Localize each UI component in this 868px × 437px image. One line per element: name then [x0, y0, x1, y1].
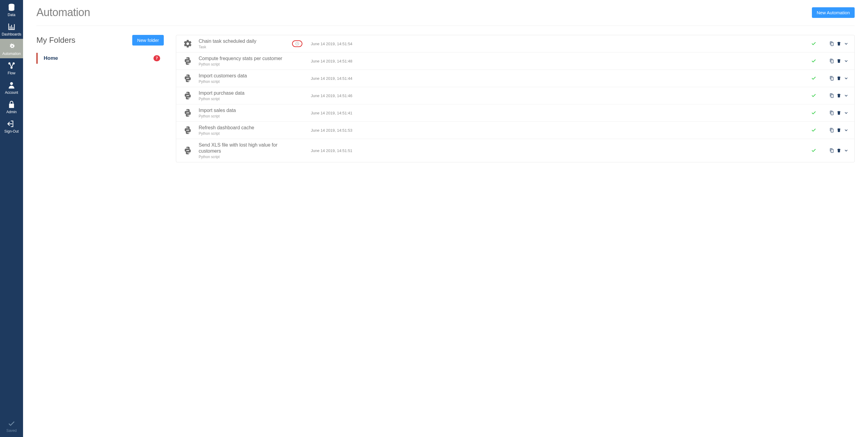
trash-icon: [836, 76, 841, 81]
sidebar-item-label: Admin: [6, 110, 17, 114]
python-icon: [180, 74, 196, 83]
task-subtitle: Python script: [199, 80, 284, 84]
saved-indicator: Saved: [0, 416, 23, 437]
delete-button[interactable]: [836, 148, 842, 153]
task-subtitle: Python script: [199, 155, 284, 159]
chevron-down-icon: [844, 111, 848, 115]
sidebar-item-label: Data: [8, 13, 15, 17]
new-automation-button[interactable]: New Automation: [812, 7, 855, 18]
task-status: [802, 93, 826, 98]
task-date: June 14 2019, 14:51:51: [311, 148, 799, 153]
delete-button[interactable]: [836, 110, 842, 116]
copy-icon: [829, 76, 834, 81]
task-row[interactable]: Refresh dashboard cache Python script Ju…: [176, 122, 854, 139]
chevron-down-icon: [844, 59, 848, 63]
user-icon: [7, 81, 16, 89]
copy-button[interactable]: [829, 76, 834, 81]
task-row[interactable]: Chain task scheduled daily Task June 14 …: [176, 35, 854, 53]
sidebar-item-label: Account: [5, 90, 18, 95]
trash-icon: [836, 128, 841, 133]
check-icon: [8, 419, 16, 427]
task-title: Send XLS file with lost high value for c…: [199, 142, 284, 154]
sidebar-item-admin[interactable]: Admin: [0, 97, 23, 117]
task-row[interactable]: Import purchase data Python script June …: [176, 87, 854, 105]
python-icon: [180, 126, 196, 135]
task-title: Import purchase data: [199, 90, 284, 96]
sidebar-item-data[interactable]: Data: [0, 0, 23, 20]
bar-chart-icon: [7, 23, 16, 31]
delete-button[interactable]: [836, 41, 842, 47]
expand-button[interactable]: [843, 76, 849, 81]
expand-button[interactable]: [843, 127, 849, 133]
delete-button[interactable]: [836, 58, 842, 64]
new-folder-button[interactable]: New folder: [132, 35, 164, 46]
copy-button[interactable]: [829, 148, 834, 153]
chevron-down-icon: [844, 41, 848, 46]
expand-button[interactable]: [843, 93, 849, 98]
check-icon: [811, 93, 816, 98]
python-icon: [180, 108, 196, 117]
trash-icon: [836, 41, 841, 46]
sidebar-item-label: Flow: [8, 71, 15, 75]
task-date: June 14 2019, 14:51:54: [311, 41, 799, 46]
task-title: Import customers data: [199, 73, 284, 79]
main: Automation New Automation My Folders New…: [23, 0, 868, 437]
task-status: [802, 111, 826, 115]
chevron-down-icon: [844, 128, 848, 133]
task-list: Chain task scheduled daily Task June 14 …: [176, 35, 855, 163]
trash-icon: [836, 59, 841, 63]
chevron-down-icon: [844, 76, 848, 81]
expand-button[interactable]: [843, 58, 849, 64]
sidebar-item-sign-out[interactable]: Sign-Out: [0, 117, 23, 136]
delete-button[interactable]: [836, 127, 842, 133]
expand-button[interactable]: [843, 148, 849, 153]
sidebar: Data Dashboards Automation Flow Account …: [0, 0, 23, 437]
task-subtitle: Python script: [199, 114, 284, 118]
expand-button[interactable]: [843, 110, 849, 116]
gears-icon: [7, 42, 16, 50]
copy-button[interactable]: [829, 110, 834, 116]
database-icon: [7, 3, 16, 11]
sidebar-item-flow[interactable]: Flow: [0, 58, 23, 78]
check-icon: [811, 59, 816, 63]
task-subtitle: Task: [199, 45, 284, 49]
python-icon: [180, 146, 196, 155]
check-icon: [811, 128, 816, 133]
check-icon: [811, 148, 816, 153]
scheduled-indicator: [292, 40, 302, 47]
trash-icon: [836, 148, 841, 153]
task-title: Refresh dashboard cache: [199, 125, 284, 131]
task-row[interactable]: Compute frequency stats per customer Pyt…: [176, 53, 854, 70]
task-subtitle: Python script: [199, 97, 284, 101]
copy-button[interactable]: [829, 58, 834, 64]
task-status: [802, 148, 826, 153]
task-row[interactable]: Import customers data Python script June…: [176, 70, 854, 87]
task-date: June 14 2019, 14:51:44: [311, 76, 799, 81]
python-icon: [180, 56, 196, 65]
sign-out-icon: [7, 120, 16, 128]
task-date: June 14 2019, 14:51:53: [311, 128, 799, 133]
folder-row[interactable]: Home 7: [36, 53, 164, 64]
task-title: Chain task scheduled daily: [199, 38, 284, 44]
copy-icon: [829, 111, 834, 115]
flow-icon: [7, 61, 16, 70]
copy-button[interactable]: [829, 127, 834, 133]
sidebar-item-account[interactable]: Account: [0, 78, 23, 97]
copy-icon: [829, 148, 834, 153]
sidebar-item-dashboards[interactable]: Dashboards: [0, 20, 23, 39]
delete-button[interactable]: [836, 93, 842, 98]
copy-button[interactable]: [829, 93, 834, 98]
folders-title: My Folders: [36, 35, 75, 45]
expand-button[interactable]: [843, 41, 849, 47]
trash-icon: [836, 93, 841, 98]
copy-icon: [829, 93, 834, 98]
task-row[interactable]: Import sales data Python script June 14 …: [176, 105, 854, 122]
lock-icon: [7, 100, 16, 109]
task-date: June 14 2019, 14:51:46: [311, 93, 799, 98]
delete-button[interactable]: [836, 76, 842, 81]
sidebar-item-automation[interactable]: Automation: [0, 39, 23, 58]
task-row[interactable]: Send XLS file with lost high value for c…: [176, 139, 854, 162]
sidebar-item-label: Automation: [2, 52, 21, 56]
copy-button[interactable]: [829, 41, 834, 47]
folder-name: Home: [44, 55, 58, 61]
